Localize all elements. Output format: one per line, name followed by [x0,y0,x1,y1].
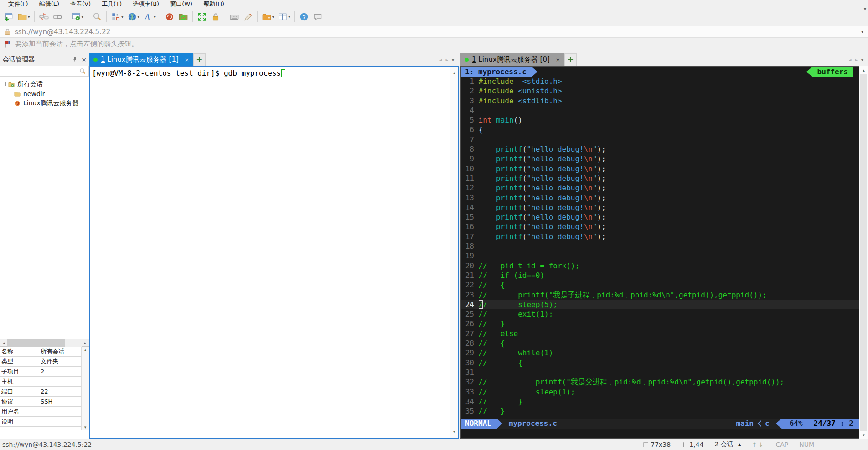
scroll-arrows[interactable]: ↑↓ [752,441,765,448]
info-bar: 要添加当前会话，点击左侧的箭头按钮。 [0,38,868,50]
property-row-0[interactable]: 名称所有会话 [0,347,81,357]
help-button[interactable]: ? [298,11,310,23]
address-dropdown-icon[interactable]: ▾ [861,29,863,34]
virtual-keyboard-button[interactable] [228,11,241,23]
new-tab-button[interactable]: + [564,53,577,66]
dropdown-arrow-icon[interactable]: ▾ [28,15,30,19]
tab-scroll-left-icon[interactable]: ◂ [439,57,442,63]
toolbar-overflow-icon[interactable]: ▾ [864,6,866,11]
dropdown-arrow-icon[interactable]: ▾ [154,15,156,19]
left-terminal-scrollbar[interactable]: ▴ ▾ [450,67,458,438]
pin-icon[interactable] [72,56,78,64]
find-icon [92,12,102,22]
menu-item-4[interactable]: 选项卡(B) [127,0,165,8]
scroll-down-icon[interactable]: ▾ [453,427,455,437]
code-text: #include <unistd.h> [479,86,562,96]
menu-item-3[interactable]: 工具(T) [96,0,127,8]
menu-bar: 文件(F)编辑(E)查看(V)工具(T)选项卡(B)窗口(W)帮助(H) [0,0,868,8]
layout-compose-button[interactable]: ▾ [109,11,125,23]
tab-list-dropdown-icon[interactable]: ▾ [861,57,863,62]
root-folder-icon [8,81,15,88]
layout-grid-icon [278,12,288,22]
property-row-7[interactable]: 说明 [0,417,81,427]
line-number: 14 [461,203,474,212]
close-icon[interactable]: × [81,56,87,63]
lock-screen-button[interactable] [209,11,222,23]
menu-item-0[interactable]: 文件(F) [3,0,34,8]
menu-item-2[interactable]: 查看(V) [65,0,96,8]
properties-scrollbar[interactable]: ▴ ▾ [81,347,89,430]
tab-scroll-right-icon[interactable]: ▸ [445,57,448,63]
hscroll-thumb[interactable] [7,339,65,347]
file-transfer-button[interactable] [163,11,176,23]
right-terminal-scrollbar[interactable]: ▴ ▾ [859,66,868,439]
dropdown-arrow-icon[interactable]: ▾ [288,15,290,19]
font-button[interactable]: A▾ [142,11,157,23]
tab-scroll-left-icon[interactable]: ◂ [849,57,852,63]
tree-expander-icon[interactable]: - [2,82,6,86]
property-row-4[interactable]: 端口22 [0,387,81,397]
property-row-1[interactable]: 类型文件夹 [0,357,81,367]
disconnect-button[interactable] [37,11,50,23]
scrollbar-thumb[interactable] [860,74,867,431]
session-properties-button[interactable]: ▾ [70,11,85,23]
tree-item-label: newdir [23,90,45,97]
scroll-left-icon[interactable]: ◂ [0,341,7,345]
layout-grid-button[interactable]: ▾ [276,11,292,23]
find-button[interactable] [91,11,103,23]
tab-nav-right: ◂ ▸ ▾ [849,57,868,63]
tab-list-dropdown-icon[interactable]: ▾ [452,57,454,62]
new-session-button[interactable] [2,11,15,23]
line-number: 3 [461,96,474,106]
dropdown-arrow-icon[interactable]: ▾ [272,15,274,19]
scroll-right-icon[interactable]: ▸ [82,341,89,345]
menu-item-5[interactable]: 窗口(W) [165,0,198,8]
line-number: 24 [461,300,474,309]
line-number: 27 [461,329,474,338]
terminal-left[interactable]: [wyn@VM-8-2-centos test_dir]$ gdb myproc… [89,66,459,439]
session-search-box[interactable] [0,66,89,77]
terminal-vim[interactable]: 1: myprocess.c buffers 1#include <stdio.… [460,66,859,439]
encoding-globe-button[interactable]: ▾ [126,11,141,23]
highlight-pen-button[interactable] [242,11,254,23]
tab-linux-session-0[interactable]: 1 Linux腾讯云服务器 [0] × [460,53,564,66]
property-row-5[interactable]: 协议SSH [0,397,81,407]
property-row-6[interactable]: 用户名 [0,407,81,417]
hscroll-track[interactable] [7,339,82,347]
vim-code[interactable]: 1#include <stdio.h>2#include <unistd.h>3… [461,77,859,419]
line-number: 15 [461,212,474,222]
sync-folder-button[interactable] [177,11,190,23]
tab-scroll-right-icon[interactable]: ▸ [855,57,858,63]
scroll-down-icon[interactable]: ▾ [859,433,868,437]
menu-item-1[interactable]: 编辑(E) [34,0,65,8]
new-folder-button[interactable]: ▾ [260,11,276,23]
tab-linux-session-1[interactable]: 1 Linux腾讯云服务器 [1] × [89,53,193,66]
horizontal-scrollbar[interactable]: ◂ ▸ [0,339,89,346]
sidebar-item-0[interactable]: -所有会话 [0,79,89,89]
vim-buffer-tab[interactable]: 1: myprocess.c [461,67,537,77]
scroll-down-icon[interactable]: ▾ [84,425,87,430]
scroll-up-icon[interactable]: ▴ [859,68,868,72]
property-row-2[interactable]: 子项目2 [0,367,81,377]
feedback-button[interactable] [311,11,324,23]
dropdown-arrow-icon[interactable]: ▾ [82,15,84,19]
property-row-3[interactable]: 主机 [0,377,81,387]
new-tab-button[interactable]: + [193,53,206,66]
session-count[interactable]: 2 会话 ▲ [714,440,741,449]
dropdown-arrow-icon[interactable]: ▾ [121,15,124,19]
scroll-up-icon[interactable]: ▴ [84,348,87,352]
menu-item-6[interactable]: 帮助(H) [198,0,230,8]
reconnect-button[interactable] [51,11,64,23]
sidebar-item-1[interactable]: newdir [0,89,89,98]
fullscreen-button[interactable] [196,11,208,23]
status-url: ssh://wyn@43.143.224.5:22 [0,441,643,448]
address-url[interactable]: ssh://wyn@43.143.224.5:22 [15,28,861,36]
dropdown-arrow-icon[interactable]: ▾ [138,15,140,19]
statusline-separator: : [840,419,845,429]
tab-close-icon[interactable]: × [556,57,560,63]
tab-close-icon[interactable]: × [185,57,189,63]
open-folder-button[interactable]: ▾ [16,11,31,23]
sidebar-item-2[interactable]: Linux腾讯云服务器 [0,98,89,108]
property-value: 22 [38,388,81,395]
scroll-up-icon[interactable]: ▴ [453,68,455,78]
